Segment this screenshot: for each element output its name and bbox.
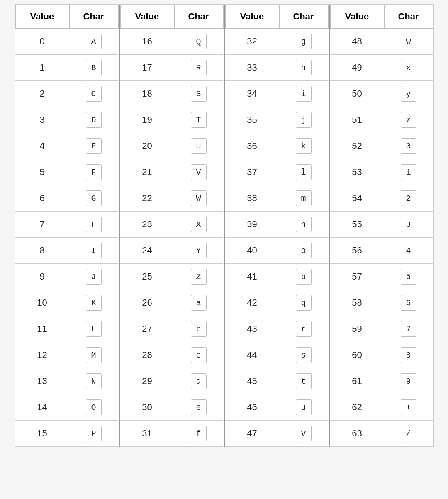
table-4: ValueChar48w49x50y51z5205315425535645755…	[330, 5, 433, 447]
char-box: D	[86, 112, 102, 128]
value-cell: 13	[15, 368, 69, 394]
value-cell: 3	[15, 107, 69, 133]
char-box: r	[296, 321, 312, 337]
table-row: 25Z	[120, 264, 223, 290]
char-cell: 0	[384, 133, 433, 159]
char-box: B	[86, 60, 102, 75]
value-cell: 46	[225, 394, 279, 421]
table-1: ValueChar0A1B2C3D4E5F6G7H8I9J10K11L12M13…	[15, 5, 119, 447]
table-row: 2C	[15, 81, 118, 107]
char-cell: Y	[174, 238, 223, 264]
table-row: 3D	[15, 107, 118, 133]
char-box: 7	[401, 321, 416, 337]
char-cell: 8	[384, 342, 433, 368]
char-cell: S	[174, 81, 223, 107]
char-box: y	[401, 86, 416, 102]
char-cell: 7	[384, 316, 433, 342]
char-cell: a	[174, 290, 223, 316]
value-cell: 14	[15, 394, 69, 421]
value-cell: 44	[225, 342, 279, 368]
table-row: 36k	[225, 133, 328, 159]
char-box: +	[401, 399, 416, 415]
col-header-value-table4: Value	[330, 5, 384, 28]
table-row: 37l	[225, 159, 328, 185]
char-box: d	[191, 373, 207, 389]
table-row: 597	[330, 316, 433, 342]
col-header-char-table2: Char	[174, 5, 223, 28]
char-cell: F	[69, 159, 118, 185]
table-row: 48w	[330, 28, 433, 55]
value-cell: 37	[225, 159, 279, 185]
value-cell: 29	[120, 368, 174, 394]
char-cell: T	[174, 107, 223, 133]
value-cell: 26	[120, 290, 174, 316]
table-row: 28c	[120, 342, 223, 368]
table-row: 43r	[225, 316, 328, 342]
value-cell: 17	[120, 55, 174, 81]
table-row: 27b	[120, 316, 223, 342]
char-cell: D	[69, 107, 118, 133]
char-box: i	[296, 86, 312, 102]
table-row: 35j	[225, 107, 328, 133]
char-cell: i	[279, 81, 328, 107]
char-cell: R	[174, 55, 223, 81]
char-cell: s	[279, 342, 328, 368]
table-row: 9J	[15, 264, 118, 290]
char-cell: y	[384, 81, 433, 107]
value-cell: 24	[120, 238, 174, 264]
table-row: 11L	[15, 316, 118, 342]
char-cell: O	[69, 394, 118, 421]
table-row: 39n	[225, 212, 328, 238]
col-header-value-table1: Value	[15, 5, 69, 28]
table-row: 31f	[120, 421, 223, 447]
value-cell: 0	[15, 28, 69, 55]
table-row: 19T	[120, 107, 223, 133]
col-header-value-table2: Value	[120, 5, 174, 28]
char-box: 8	[401, 347, 416, 363]
char-cell: G	[69, 185, 118, 212]
char-cell: q	[279, 290, 328, 316]
table-row: 4E	[15, 133, 118, 159]
char-cell: J	[69, 264, 118, 290]
value-cell: 60	[330, 342, 384, 368]
char-cell: l	[279, 159, 328, 185]
char-cell: 1	[384, 159, 433, 185]
value-cell: 18	[120, 81, 174, 107]
char-cell: z	[384, 107, 433, 133]
char-box: O	[86, 399, 102, 415]
value-cell: 55	[330, 212, 384, 238]
char-box: 4	[401, 243, 416, 258]
char-box: F	[86, 164, 102, 180]
value-cell: 63	[330, 421, 384, 447]
char-box: Y	[191, 243, 207, 258]
value-cell: 52	[330, 133, 384, 159]
char-box: o	[296, 243, 312, 258]
table-row: 18S	[120, 81, 223, 107]
char-cell: Z	[174, 264, 223, 290]
table-row: 44s	[225, 342, 328, 368]
table-row: 62+	[330, 394, 433, 421]
table-row: 40o	[225, 238, 328, 264]
value-cell: 54	[330, 185, 384, 212]
table-row: 38m	[225, 185, 328, 212]
table-row: 45t	[225, 368, 328, 394]
table-row: 34i	[225, 81, 328, 107]
value-cell: 12	[15, 342, 69, 368]
char-cell: k	[279, 133, 328, 159]
char-box: 9	[401, 373, 416, 389]
char-box: G	[86, 190, 102, 206]
char-cell: A	[69, 28, 118, 55]
char-cell: /	[384, 421, 433, 447]
char-box: a	[191, 295, 207, 311]
table-row: 29d	[120, 368, 223, 394]
table-row: 46u	[225, 394, 328, 421]
table-row: 608	[330, 342, 433, 368]
value-cell: 53	[330, 159, 384, 185]
char-box: 2	[401, 190, 416, 206]
value-cell: 32	[225, 28, 279, 55]
col-header-char-table1: Char	[69, 5, 118, 28]
value-cell: 31	[120, 421, 174, 447]
value-cell: 62	[330, 394, 384, 421]
char-cell: o	[279, 238, 328, 264]
table-row: 41p	[225, 264, 328, 290]
